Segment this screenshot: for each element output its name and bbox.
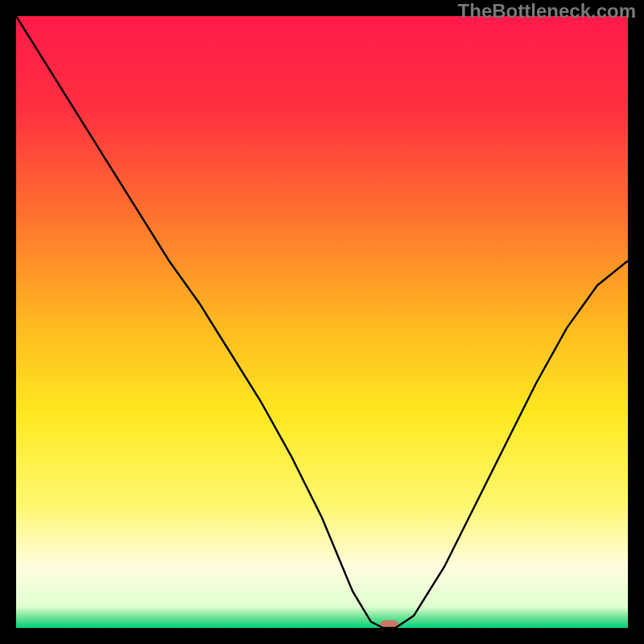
gradient-background <box>16 16 628 628</box>
plot-area <box>16 16 628 628</box>
watermark-text: TheBottleneck.com <box>458 0 636 23</box>
chart-container: TheBottleneck.com <box>0 0 644 644</box>
chart-svg <box>16 16 628 628</box>
